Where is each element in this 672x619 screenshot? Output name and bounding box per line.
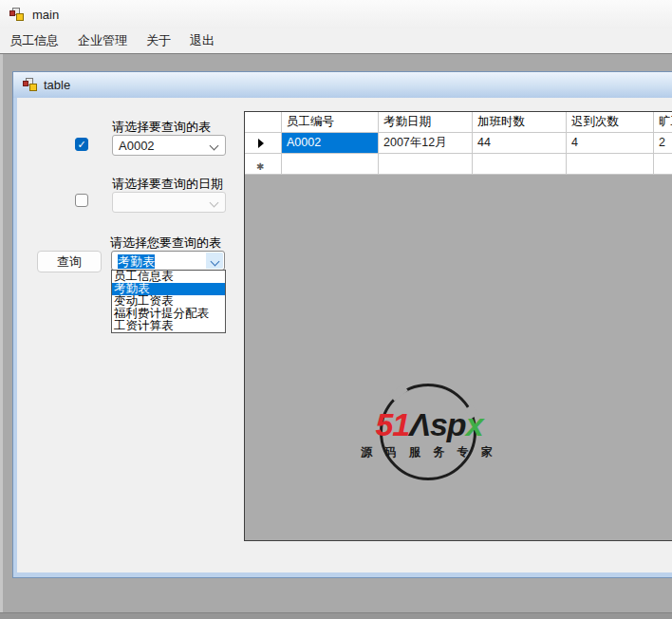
- combobox-date[interactable]: [112, 192, 226, 213]
- selected-text: 考勤表: [118, 254, 155, 269]
- new-row-asterisk-icon: ✱: [256, 157, 264, 175]
- column-header-late-count[interactable]: 迟到次数: [567, 112, 654, 133]
- mdi-top-edge: [0, 53, 672, 54]
- watermark-tagline: 源 码 服 务 专 家: [306, 444, 552, 460]
- column-header-employee-id[interactable]: 员工编号: [282, 112, 379, 133]
- label-select-table2: 请选择您要查询的表: [110, 234, 221, 252]
- empty-cell[interactable]: [379, 154, 473, 175]
- empty-cell[interactable]: [282, 154, 379, 175]
- menu-item-exit[interactable]: 退出: [180, 28, 224, 53]
- empty-cell[interactable]: [473, 154, 567, 175]
- label-select-table: 请选择要查询的表: [112, 119, 211, 136]
- label-select-date: 请选择要查询的日期: [112, 176, 223, 193]
- column-header-overtime-hours[interactable]: 加班时数: [473, 112, 567, 133]
- dropdown-list: 员工信息表 考勤表 变动工资表 福利费计提分配表 工资计算表: [111, 270, 226, 333]
- winforms-form-icon: [23, 78, 38, 92]
- data-grid: 员工编号 考勤日期 加班时数 迟到次数 旷工次数 A0002 2007年12月 …: [244, 111, 672, 541]
- logo-51: 51: [375, 406, 409, 442]
- dropdown-option-salary-calc[interactable]: 工资计算表: [112, 320, 225, 332]
- menu-item-about[interactable]: 关于: [137, 28, 180, 53]
- row-header-new[interactable]: ✱: [245, 154, 282, 175]
- table-window-content: ✓ 请选择要查询的表 A0002 请选择要查询的日期 请选择您要查询的表 查询 …: [17, 98, 672, 572]
- chevron-down-icon: [210, 141, 219, 151]
- cell-overtime-hours[interactable]: 44: [473, 133, 567, 154]
- dropdown-option-variable-salary[interactable]: 变动工资表: [112, 295, 225, 308]
- table-window-title: table: [44, 78, 70, 92]
- menu-item-enterprise-mgmt[interactable]: 企业管理: [68, 28, 137, 53]
- grid-new-row: ✱: [245, 154, 672, 175]
- check-icon: ✓: [77, 139, 85, 150]
- mdi-left-edge: [0, 54, 3, 612]
- dropdown-option-attendance[interactable]: 考勤表: [112, 283, 225, 295]
- column-header-absence-count[interactable]: 旷工次数: [654, 112, 672, 133]
- logo-x: x: [466, 406, 483, 442]
- icon-square-yellow: [29, 84, 37, 91]
- cell-late-count[interactable]: 4: [567, 133, 654, 154]
- combobox-table2-value: 考勤表: [118, 253, 155, 271]
- row-header-current[interactable]: [245, 133, 282, 154]
- main-window-title: main: [32, 8, 59, 22]
- dropdown-option-welfare-allocation[interactable]: 福利费计提分配表: [112, 308, 225, 320]
- grid-header-row: 员工编号 考勤日期 加班时数 迟到次数 旷工次数: [245, 112, 672, 133]
- combobox-drop-button[interactable]: [206, 253, 223, 269]
- empty-cell[interactable]: [654, 154, 672, 175]
- combobox-table-value: A0002: [119, 139, 155, 153]
- chevron-down-icon: [211, 257, 220, 267]
- icon-square-red: [23, 81, 28, 86]
- column-header-attendance-date[interactable]: 考勤日期: [379, 112, 473, 133]
- icon-square-yellow: [16, 13, 24, 21]
- winforms-app-icon: [9, 8, 25, 22]
- cell-employee-id[interactable]: A0002: [282, 133, 379, 154]
- watermark-51aspx-logo: 51Λspx: [306, 407, 552, 441]
- main-titlebar[interactable]: main: [0, 0, 672, 28]
- window-bottom-edge: [0, 612, 672, 619]
- checkbox-query-date[interactable]: [75, 194, 88, 207]
- cell-attendance-date[interactable]: 2007年12月: [379, 133, 473, 154]
- table-window-titlebar[interactable]: table: [13, 72, 672, 98]
- menu-item-employee-info[interactable]: 员工信息: [0, 28, 68, 53]
- query-button[interactable]: 查询: [37, 251, 102, 272]
- combobox-table2[interactable]: 考勤表: [111, 251, 225, 271]
- icon-square-red: [9, 10, 15, 16]
- cell-absence-count[interactable]: 2: [654, 133, 672, 154]
- grid-corner-cell[interactable]: [245, 112, 282, 133]
- current-row-arrow-icon: [258, 139, 264, 148]
- table-window: table ✓ 请选择要查询的表 A0002 请选择要查询的日期 请选择您要查询…: [12, 71, 672, 578]
- empty-cell[interactable]: [567, 154, 654, 175]
- main-window: main 员工信息 企业管理 关于 退出 table ✓ 请选择要查询的表 A0: [0, 0, 672, 619]
- logo-asp: Λsp: [409, 406, 465, 442]
- combobox-table[interactable]: A0002: [112, 135, 226, 156]
- chevron-down-icon: [210, 198, 219, 208]
- grid-data-row: A0002 2007年12月 44 4 2: [245, 133, 672, 154]
- menu-bar: 员工信息 企业管理 关于 退出: [0, 28, 672, 53]
- checkbox-query-table[interactable]: ✓: [75, 138, 88, 151]
- dropdown-option-employee-info[interactable]: 员工信息表: [112, 271, 225, 283]
